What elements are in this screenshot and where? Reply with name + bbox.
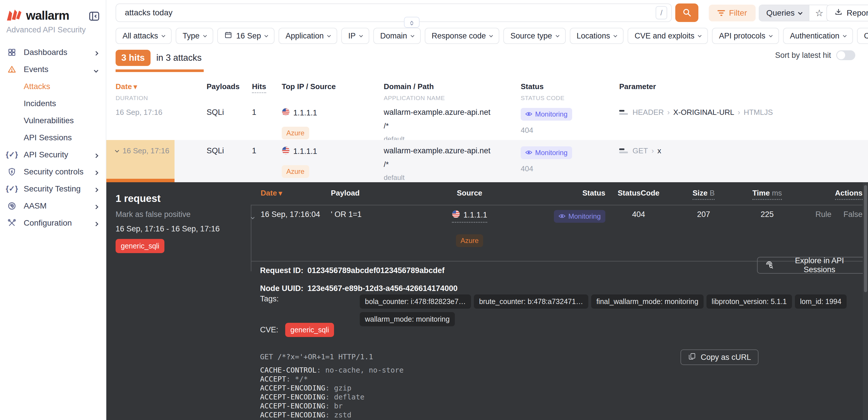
tools-icon <box>6 218 17 228</box>
action-false-link[interactable]: False <box>843 210 863 219</box>
filter-chip-authentication[interactable]: Authentication <box>783 28 853 44</box>
sidebar-item-api-security[interactable]: {✓} API Security <box>0 146 106 163</box>
chevron-right-icon <box>94 150 98 159</box>
filter-chip-compare-to[interactable]: Compare to... <box>857 28 868 44</box>
copy-as-curl-button[interactable]: Copy as cURL <box>680 349 758 365</box>
tags-section: Tags: bola_counter: i:478:f82823e7… brut… <box>260 295 847 330</box>
sidebar-item-aasm[interactable]: AASM <box>0 197 106 214</box>
column-header-status: Status <box>521 82 544 91</box>
column-header-time[interactable]: Time ms <box>752 189 782 200</box>
header-lines-icon <box>619 148 628 153</box>
chip-label: All attacks <box>123 31 158 40</box>
chevron-right-icon <box>94 201 98 211</box>
column-header-payload: Payload <box>331 189 426 198</box>
sidebar-item-incidents[interactable]: Incidents <box>0 95 106 112</box>
action-rule-link[interactable]: Rule <box>815 210 832 219</box>
collapse-sidebar-button[interactable] <box>88 10 100 23</box>
collapse-panel-icon <box>88 19 100 23</box>
copy-button-label: Copy as cURL <box>701 353 751 362</box>
request-source-ip[interactable]: 1.1.1.1 <box>452 210 488 223</box>
sort-toggle[interactable] <box>836 50 855 60</box>
subheader-status-code: STATUS CODE <box>521 94 565 101</box>
request-date: 16 Sep, 17:16:04 <box>260 210 331 219</box>
status-badge: Monitoring <box>554 210 606 223</box>
filter-chip-api-protocols[interactable]: API protocols <box>712 28 779 44</box>
wallarm-logo-icon <box>6 9 22 22</box>
request-row[interactable]: 16 Sep, 17:16:04 ' OR 1=1 <box>251 210 863 247</box>
attack-payload: SQLi <box>207 146 252 155</box>
chevron-down-icon[interactable] <box>115 148 119 152</box>
filter-chip-all-attacks[interactable]: All attacks <box>116 28 172 44</box>
sidebar-item-label: Attacks <box>24 82 50 91</box>
attack-row-expanded[interactable]: 16 Sep, 17:16 SQLi 1 <box>106 140 868 184</box>
sidebar-item-events[interactable]: Events <box>0 61 106 78</box>
braces-check-icon: {✓} <box>6 184 17 193</box>
filter-chip-source-type[interactable]: Source type <box>503 28 565 44</box>
column-header-size[interactable]: Size B <box>692 189 715 200</box>
filter-chip-locations[interactable]: Locations <box>570 28 624 44</box>
filter-chip-application[interactable]: Application <box>279 28 337 44</box>
sidebar-item-attacks[interactable]: Attacks <box>0 78 106 95</box>
filter-chip-domain[interactable]: Domain <box>373 28 421 44</box>
request-size: 207 <box>672 210 735 219</box>
chip-label: Source type <box>510 31 552 40</box>
column-header-actions[interactable]: Actions <box>835 189 863 200</box>
attack-domain: wallarm-example.azure-api.net <box>384 146 521 155</box>
filter-button[interactable]: Filter <box>709 5 755 21</box>
chevron-down-icon <box>265 33 268 37</box>
explore-api-sessions-button[interactable]: Explore in API Sessions <box>757 257 868 274</box>
filter-chip-cve[interactable]: CVE and exploits <box>628 28 708 44</box>
column-header-date[interactable]: Date▾ <box>116 82 137 91</box>
chip-label: 16 Sep <box>236 31 261 40</box>
chevron-down-icon[interactable] <box>251 216 254 219</box>
sidebar-item-label: Security controls <box>24 167 84 176</box>
request-detail-panel: 1 request Mark as false positive 16 Sep,… <box>106 182 868 420</box>
scan-eye-icon <box>6 201 17 211</box>
fingerprint-search-icon <box>765 260 774 271</box>
attack-date: 16 Sep, 17:16 <box>116 108 162 117</box>
filter-chip-ip[interactable]: IP <box>341 28 369 44</box>
chevron-down-icon <box>411 33 414 37</box>
attack-ip[interactable]: 1.1.1.1 <box>293 147 317 156</box>
attack-ip[interactable]: 1.1.1.1 <box>293 109 317 117</box>
chevron-right-icon <box>94 218 98 228</box>
attack-row[interactable]: 16 Sep, 17:16 SQLi 1 <box>106 102 868 140</box>
copy-icon <box>688 352 696 362</box>
filter-icon <box>717 9 725 17</box>
attacks-table-header: Date▾ Payloads Hits Top IP / Source Doma… <box>106 81 868 102</box>
tag-badge: bola_counter: i:478:f82823e7… <box>360 295 471 309</box>
sidebar-item-vulnerabilities[interactable]: Vulnerabilities <box>0 112 106 129</box>
chevron-down-icon <box>698 33 702 37</box>
sidebar-item-security-testing[interactable]: {✓} Security Testing <box>0 180 106 197</box>
sidebar-item-security-controls[interactable]: Security controls <box>0 163 106 180</box>
search-input[interactable] <box>116 8 656 17</box>
report-dropdown[interactable]: Report <box>827 5 868 21</box>
tag-badge: lom_id: 1994 <box>795 295 847 309</box>
column-header-date[interactable]: Date▾ <box>260 189 282 197</box>
sidebar-item-label: Events <box>24 65 49 74</box>
sidebar-item-dashboards[interactable]: Dashboards <box>0 44 106 61</box>
queries-dropdown[interactable]: Queries <box>760 5 809 21</box>
filter-chip-date[interactable]: 16 Sep <box>217 28 275 44</box>
hits-tab[interactable]: 3 hits in 3 attacks <box>116 50 202 66</box>
chevron-down-icon <box>327 33 331 37</box>
breadcrumb-separator: › <box>667 108 670 117</box>
scrollbar-thumb[interactable] <box>864 185 867 292</box>
attack-hits: 1 <box>252 108 282 117</box>
status-badge: Monitoring <box>521 146 572 159</box>
sort-desc-icon: ▾ <box>133 83 137 90</box>
chevron-down-icon <box>798 10 803 15</box>
filter-chip-type[interactable]: Type <box>176 28 213 44</box>
filter-chip-response-code[interactable]: Response code <box>425 28 500 44</box>
search-button[interactable] <box>675 3 699 22</box>
cve-badge: generic_sqli <box>285 323 334 337</box>
sidebar-item-configuration[interactable]: Configuration <box>0 214 106 231</box>
filter-button-label: Filter <box>729 8 747 18</box>
filters-expander[interactable] <box>404 17 420 28</box>
queries-group: Queries ☆ <box>759 5 830 21</box>
sidebar-item-api-sessions[interactable]: API Sessions <box>0 129 106 146</box>
eye-icon <box>559 212 565 220</box>
column-header-hits[interactable]: Hits <box>252 82 266 93</box>
attack-hits: 1 <box>252 146 282 155</box>
mark-false-positive-link[interactable]: Mark as false positive <box>116 210 191 219</box>
